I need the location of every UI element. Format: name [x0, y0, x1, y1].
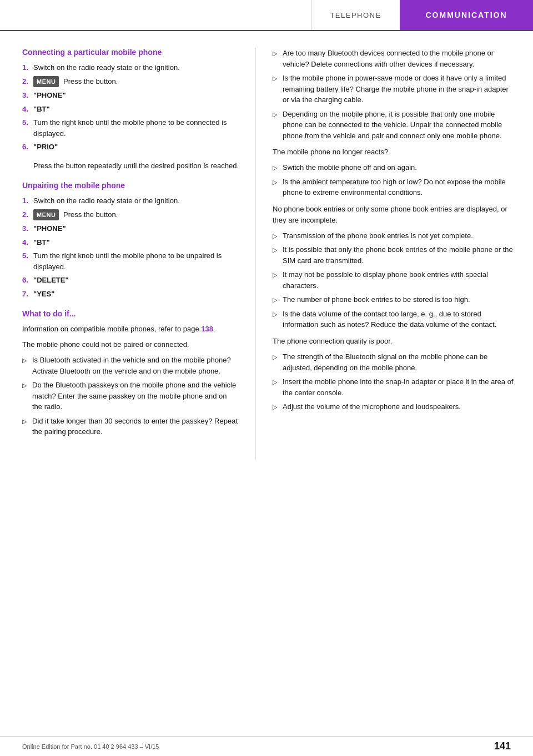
communication-label: COMMUNICATION: [425, 11, 507, 19]
list-item: 2. MENU Press the button.: [22, 76, 239, 88]
left-column: Connecting a particular mobile phone 1. …: [0, 48, 255, 460]
list-item: 6. "PRIO": [22, 142, 239, 153]
header-left: [0, 0, 311, 30]
right-column: ▷ Are too many Bluetooth devices connect…: [255, 48, 533, 460]
list-item: ▷ Is the mobile phone in power-save mode…: [273, 73, 516, 105]
list-item: ▷ Transmission of the phone book entries…: [273, 230, 516, 241]
arrow-icon: ▷: [273, 244, 283, 266]
page-header: TELEPHONE COMMUNICATION: [0, 0, 533, 31]
list-item: ▷ The number of phone book entries to be…: [273, 294, 516, 305]
list-item: ▷ Is the ambient temperature too high or…: [273, 177, 516, 198]
arrow-icon: ▷: [273, 177, 283, 198]
list-item: 4. "BT": [22, 237, 239, 248]
list-item: ▷ Depending on the mobile phone, it is p…: [273, 109, 516, 142]
list-item: ▷ The strength of the Bluetooth signal o…: [273, 351, 516, 373]
section2-title: Unpairing the mobile phone: [22, 181, 239, 190]
bullets-no-longer: ▷ Switch the mobile phone off and on aga…: [273, 162, 516, 198]
arrow-icon: ▷: [273, 376, 283, 398]
list-item: ▷ Is Bluetooth activated in the vehicle …: [22, 355, 239, 376]
right-col-bullets-top: ▷ Are too many Bluetooth devices connect…: [273, 48, 516, 141]
arrow-icon: ▷: [273, 294, 283, 305]
list-item: ▷ Did it take longer than 30 seconds to …: [22, 416, 239, 437]
menu-button-icon: MENU: [33, 76, 59, 88]
list-item: ▷ It may not be possible to display phon…: [273, 269, 516, 291]
arrow-icon: ▷: [273, 109, 283, 142]
arrow-icon: ▷: [273, 230, 283, 241]
arrow-icon: ▷: [273, 351, 283, 373]
page-link-138[interactable]: 138: [201, 325, 213, 333]
list-item: ▷ Insert the mobile phone into the snap-…: [273, 376, 516, 398]
list-item: ▷ Switch the mobile phone off and on aga…: [273, 162, 516, 173]
para-no-longer: The mobile phone no longer reacts?: [273, 147, 516, 158]
section3-title: What to do if...: [22, 309, 239, 318]
arrow-icon: ▷: [273, 48, 283, 69]
footer-text: Online Edition for Part no. 01 40 2 964 …: [22, 743, 159, 750]
arrow-icon: ▷: [273, 269, 283, 291]
list-item: 1. Switch on the radio ready state or th…: [22, 195, 239, 206]
list-item: ▷ Adjust the volume of the microphone an…: [273, 401, 516, 412]
list-item: 3. "PHONE": [22, 223, 239, 234]
page-footer: Online Edition for Part no. 01 40 2 964 …: [0, 736, 533, 756]
section3-para2: The mobile phone could not be paired or …: [22, 339, 239, 350]
list-item: 2. MENU Press the button.: [22, 209, 239, 221]
arrow-icon: ▷: [273, 162, 283, 173]
footer-page-number: 141: [494, 740, 511, 752]
section3-bullets: ▷ Is Bluetooth activated in the vehicle …: [22, 355, 239, 437]
list-item: ▷ Is the data volume of the contact too …: [273, 309, 516, 330]
arrow-icon: ▷: [22, 416, 32, 437]
arrow-icon: ▷: [273, 309, 283, 330]
arrow-icon: ▷: [22, 355, 32, 376]
list-item: 1. Switch on the radio ready state or th…: [22, 62, 239, 73]
section2-steps: 1. Switch on the radio ready state or th…: [22, 195, 239, 299]
list-item: 5. Turn the right knob until the mobile …: [22, 250, 239, 272]
list-item: ▷ Are too many Bluetooth devices connect…: [273, 48, 516, 69]
list-item: 3. "PHONE": [22, 90, 239, 101]
list-item: ▷ Do the Bluetooth passkeys on the mobil…: [22, 380, 239, 412]
menu-button-icon-2: MENU: [33, 209, 59, 221]
arrow-icon: ▷: [273, 73, 283, 105]
telephone-label: TELEPHONE: [330, 11, 381, 19]
list-item: 5. Turn the right knob until the mobile …: [22, 117, 239, 139]
section1-sub-note: Press the button repeatedly until the de…: [22, 160, 239, 172]
section1-steps: 1. Switch on the radio ready state or th…: [22, 62, 239, 153]
main-content: Connecting a particular mobile phone 1. …: [0, 31, 533, 460]
para-no-entries: No phone book entries or only some phone…: [273, 204, 516, 226]
header-telephone: TELEPHONE: [311, 0, 400, 30]
header-communication: COMMUNICATION: [400, 0, 533, 30]
bullets-no-entries: ▷ Transmission of the phone book entries…: [273, 230, 516, 330]
list-item: ▷ It is possible that only the phone boo…: [273, 244, 516, 266]
arrow-icon: ▷: [22, 380, 32, 412]
list-item: 4. "BT": [22, 104, 239, 115]
section3-para1: Information on compatible mobile phones,…: [22, 324, 239, 335]
bullets-poor: ▷ The strength of the Bluetooth signal o…: [273, 351, 516, 412]
arrow-icon: ▷: [273, 401, 283, 412]
list-item: 7. "YES": [22, 289, 239, 300]
list-item: 6. "DELETE": [22, 275, 239, 286]
para-poor: The phone connection quality is poor.: [273, 336, 516, 347]
section1-title: Connecting a particular mobile phone: [22, 48, 239, 57]
